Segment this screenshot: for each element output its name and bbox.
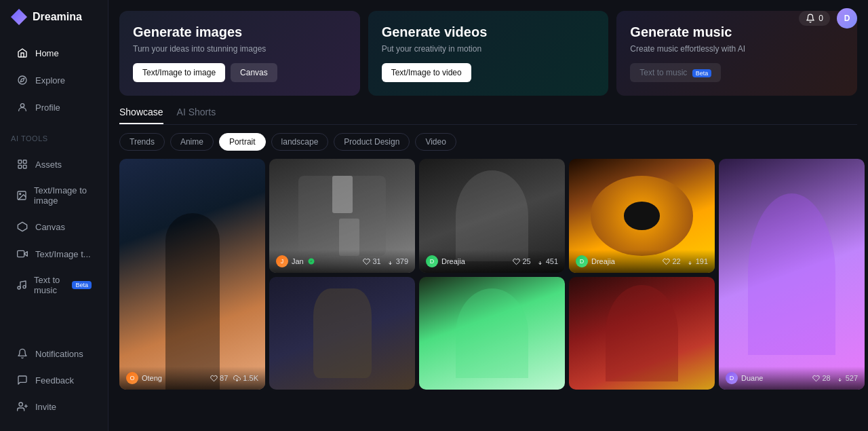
gallery-item-1-overlay: O Oteng 87 1.5K (119, 367, 265, 390)
tab-ai-shorts[interactable]: AI Shorts (177, 107, 216, 124)
filter-portrait[interactable]: Portrait (219, 133, 266, 151)
gallery: O Oteng 87 1.5K (119, 159, 857, 390)
user-avatar[interactable]: D (837, 8, 857, 29)
gallery-item-3-stats: 25 451 (513, 257, 558, 265)
notification-count: 0 (818, 14, 823, 23)
gallery-item-1-stats: 87 1.5K (210, 374, 258, 382)
gallery-item-5-avatar: D (726, 372, 738, 384)
notification-badge[interactable]: 0 (799, 11, 830, 26)
gallery-item-4-user: D Dreajia (576, 255, 615, 267)
svg-rect-4 (18, 165, 22, 168)
gallery-item-5[interactable]: D Duane 28 527 (719, 159, 865, 390)
gallery-item-1-likes: 87 (210, 374, 228, 382)
canvas-icon (16, 221, 28, 233)
gallery-item-3[interactable]: D Dreajia 25 451 (419, 159, 565, 273)
gallery-item-8[interactable] (569, 277, 715, 390)
hero-images-title: Generate images (133, 24, 347, 40)
svg-rect-10 (18, 250, 24, 257)
sidebar-item-profile-label: Profile (35, 102, 60, 113)
gallery-item-4[interactable]: D Dreajia 22 191 (569, 159, 715, 273)
gallery-item-7[interactable] (419, 277, 565, 390)
text-music-btn[interactable]: Text to music Beta (630, 63, 721, 82)
app-name: Dreamina (33, 11, 82, 23)
sidebar-item-text-image[interactable]: Text/Image to image (5, 179, 102, 212)
gallery-item-2-user: J Jan (276, 255, 315, 267)
hero-videos-subtitle: Put your creativity in motion (382, 44, 595, 54)
ai-tools-label: AI tools (0, 126, 108, 145)
message-icon (16, 374, 28, 386)
sidebar-item-text-video[interactable]: Text/Image t... (5, 241, 102, 267)
sidebar-item-canvas-label: Canvas (35, 222, 65, 232)
music-hero-badge: Beta (692, 69, 712, 77)
hero-videos-title: Generate videos (382, 24, 595, 40)
sidebar-item-music[interactable]: Text to music Beta (5, 268, 102, 302)
sidebar-item-invite[interactable]: Invite (5, 394, 102, 419)
gallery-item-1-username: Oteng (142, 374, 162, 382)
hero-music-subtitle: Create music effortlessly with AI (630, 44, 844, 54)
dreamina-logo-icon (11, 9, 27, 25)
sidebar-item-feedback-label: Feedback (35, 375, 74, 386)
sidebar-item-notifications-label: Notifications (35, 349, 83, 359)
gallery-item-3-overlay: D Dreajia 25 451 (419, 250, 565, 273)
main-content: 0 D Generate images Turn your ideas into… (108, 0, 868, 431)
gallery-item-2-username: Jan (292, 257, 304, 265)
main-nav: Home Explore Profile (0, 34, 108, 126)
sidebar-item-profile[interactable]: Profile (5, 94, 102, 120)
gallery-item-5-overlay: D Duane 28 527 (719, 367, 865, 390)
sidebar-item-notifications[interactable]: Notifications (5, 341, 102, 367)
sidebar-item-explore[interactable]: Explore (5, 67, 102, 93)
svg-point-13 (19, 402, 22, 406)
sidebar-item-canvas[interactable]: Canvas (5, 214, 102, 240)
user-plus-icon (16, 400, 28, 413)
gallery-item-1-avatar: O (126, 372, 138, 384)
svg-rect-5 (23, 165, 26, 168)
gallery-item-2-avatar: J (276, 255, 288, 267)
sidebar-item-invite-label: Invite (35, 402, 56, 412)
gallery-item-6[interactable] (269, 277, 415, 390)
sidebar-item-feedback[interactable]: Feedback (5, 367, 102, 393)
music-beta-badge: Beta (72, 281, 92, 289)
content-tabs: Showcase AI Shorts (119, 107, 857, 125)
gallery-item-4-overlay: D Dreajia 22 191 (569, 250, 715, 273)
gallery-item-5-user: D Duane (726, 372, 763, 384)
filter-landscape[interactable]: landscape (271, 133, 329, 151)
gallery-item-5-stats: 28 527 (812, 374, 858, 382)
filter-product-design[interactable]: Product Design (334, 133, 410, 151)
filter-pills: Trends Anime Portrait landscape Product … (119, 133, 857, 151)
user-avatar-letter: D (844, 14, 850, 23)
sidebar-item-assets-label: Assets (35, 160, 62, 170)
logo-area[interactable]: Dreamina (0, 0, 108, 34)
text-video-btn[interactable]: Text/Image to video (382, 63, 471, 82)
svg-marker-9 (24, 252, 28, 257)
gallery-item-2-stats: 31 379 (363, 257, 408, 265)
svg-point-7 (20, 193, 21, 195)
grid-icon (16, 158, 28, 170)
canvas-btn[interactable]: Canvas (231, 63, 277, 82)
svg-rect-3 (23, 160, 26, 164)
sidebar-item-assets[interactable]: Assets (5, 151, 102, 177)
compass-icon (16, 74, 28, 86)
sidebar-item-music-label: Text to music (34, 275, 62, 295)
gallery-item-4-stats: 22 191 (663, 257, 708, 265)
gallery-item-3-avatar: D (426, 255, 438, 267)
gallery-item-2-overlay: J Jan 31 379 (269, 250, 415, 273)
gallery-item-1-user: O Oteng (126, 372, 162, 384)
sidebar-item-text-video-label: Text/Image t... (35, 249, 91, 259)
gallery-item-5-username: Duane (741, 374, 763, 382)
filter-anime[interactable]: Anime (170, 133, 214, 151)
hero-card-images: Generate images Turn your ideas into stu… (119, 11, 360, 96)
sidebar-item-home[interactable]: Home (5, 40, 102, 66)
sidebar-item-home-label: Home (35, 48, 59, 58)
tab-showcase[interactable]: Showcase (119, 107, 163, 124)
sidebar: Dreamina Home Explore Profile AI tools (0, 0, 108, 431)
hero-card-videos: Generate videos Put your creativity in m… (368, 11, 609, 96)
gallery-item-3-username: Dreajia (441, 257, 465, 265)
user-icon (16, 101, 28, 113)
svg-rect-2 (18, 160, 22, 164)
gallery-item-2[interactable]: J Jan 31 379 (269, 159, 415, 273)
gallery-item-1[interactable]: O Oteng 87 1.5K (119, 159, 265, 390)
filter-video[interactable]: Video (415, 133, 456, 151)
filter-trends[interactable]: Trends (119, 133, 165, 151)
gallery-item-4-avatar: D (576, 255, 588, 267)
text-image-btn[interactable]: Text/Image to image (133, 63, 225, 82)
